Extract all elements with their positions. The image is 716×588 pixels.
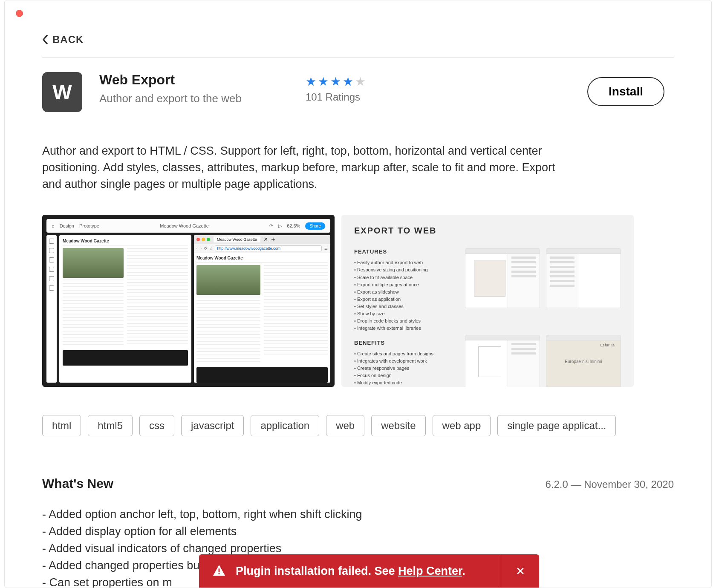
tags-row: htmlhtml5cssjavascriptapplicationwebwebs… — [42, 415, 674, 436]
rating-count: 101 Ratings — [306, 91, 367, 103]
close-window-button[interactable] — [16, 10, 23, 17]
plugin-title: Web Export — [99, 72, 242, 88]
tag[interactable]: html5 — [88, 415, 133, 436]
window-controls — [16, 10, 27, 19]
tag[interactable]: javascript — [181, 415, 244, 436]
toast-close-button[interactable] — [501, 554, 526, 588]
tag[interactable]: application — [251, 415, 319, 436]
rating-block: ★★★★★ 101 Ratings — [306, 72, 367, 103]
chevron-left-icon — [42, 35, 48, 44]
install-button[interactable]: Install — [587, 77, 664, 106]
plugin-description: Author and export to HTML / CSS. Support… — [42, 143, 566, 193]
tag[interactable]: html — [42, 415, 81, 436]
tag[interactable]: website — [371, 415, 425, 436]
plugin-tagline: Author and export to the web — [99, 92, 242, 105]
tag[interactable]: single page applicat... — [497, 415, 616, 436]
tag[interactable]: css — [139, 415, 174, 436]
help-center-link[interactable]: Help Center — [398, 565, 462, 577]
plugin-detail-window: BACK W Web Export Author and export to t… — [4, 0, 712, 588]
whats-new-meta: 6.2.0 — November 30, 2020 — [545, 478, 674, 490]
back-button[interactable]: BACK — [42, 34, 84, 46]
error-toast: Plugin installation failed. See Help Cen… — [199, 554, 539, 588]
screenshot-1[interactable]: ⌂ Design Prototype Meadow Wood Gazette ⟳… — [42, 215, 335, 387]
svg-rect-1 — [219, 573, 220, 574]
plugin-icon: W — [42, 72, 82, 112]
toast-message: Plugin installation failed. See Help Cen… — [236, 565, 465, 578]
rating-stars: ★★★★★ — [306, 75, 367, 89]
warning-icon — [212, 564, 226, 578]
changelog-line: - Added display option for all elements — [42, 523, 674, 540]
screenshot-gallery: ⌂ Design Prototype Meadow Wood Gazette ⟳… — [42, 215, 674, 387]
svg-rect-0 — [219, 568, 220, 572]
tag[interactable]: web — [326, 415, 364, 436]
changelog-line: - Added option anchor left, top, bottom,… — [42, 506, 674, 523]
screenshot-2[interactable]: EXPORT TO WEB FEATURES Easily author and… — [341, 215, 634, 387]
tag[interactable]: web app — [433, 415, 491, 436]
back-label: BACK — [52, 34, 84, 46]
whats-new-heading: What's New — [42, 476, 113, 491]
